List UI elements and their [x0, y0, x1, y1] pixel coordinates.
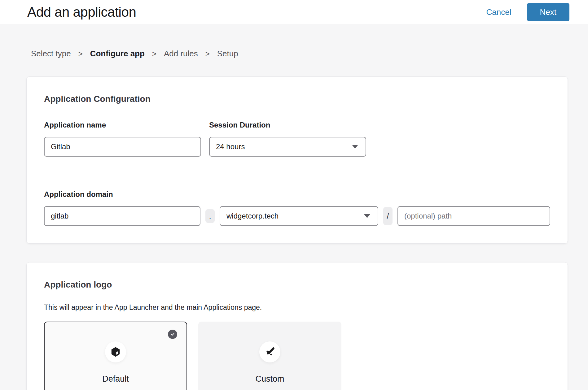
breadcrumb-step-setup[interactable]: Setup — [217, 49, 238, 58]
default-logo-circle — [105, 341, 126, 362]
next-button[interactable]: Next — [527, 3, 569, 21]
logo-card-description: This will appear in the App Launcher and… — [44, 303, 550, 312]
application-name-label: Application name — [44, 121, 201, 129]
application-domain-field-group: Application domain . widgetcorp.tech / — [44, 190, 550, 226]
domain-slash-separator: / — [383, 207, 393, 225]
path-input[interactable] — [397, 206, 550, 226]
domain-select[interactable]: widgetcorp.tech — [220, 206, 378, 226]
chevron-down-icon — [352, 145, 358, 149]
logo-option-custom[interactable]: Custom — [198, 322, 341, 390]
subdomain-input[interactable] — [44, 206, 200, 226]
application-domain-label: Application domain — [44, 190, 550, 199]
breadcrumb-step-add-rules[interactable]: Add rules — [164, 49, 198, 58]
domain-dot-separator: . — [205, 209, 215, 223]
breadcrumb-separator: > — [78, 50, 83, 58]
logo-card-title: Application logo — [44, 280, 550, 290]
breadcrumb-separator: > — [205, 50, 210, 58]
logo-option-default[interactable]: Default — [44, 322, 187, 390]
session-duration-value: 24 hours — [216, 142, 245, 151]
logo-option-tiles: Default Custom — [44, 322, 550, 390]
custom-tile-label: Custom — [255, 374, 284, 384]
chevron-down-icon — [364, 214, 370, 218]
paintbrush-icon — [264, 346, 275, 358]
application-domain-row: . widgetcorp.tech / — [44, 206, 550, 226]
page-content: Application Configuration Application na… — [0, 76, 588, 390]
custom-logo-circle — [259, 341, 280, 362]
breadcrumb-step-configure-app[interactable]: Configure app — [90, 49, 145, 58]
cube-icon — [110, 346, 121, 358]
application-name-field-group: Application name — [44, 121, 201, 157]
application-logo-card: Application logo This will appear in the… — [26, 262, 568, 390]
session-duration-select[interactable]: 24 hours — [209, 137, 366, 157]
config-card-title: Application Configuration — [44, 94, 550, 104]
page-title: Add an application — [27, 4, 486, 20]
selected-check-badge — [168, 330, 177, 339]
breadcrumb-separator: > — [152, 50, 156, 58]
cancel-button[interactable]: Cancel — [486, 7, 511, 17]
application-configuration-card: Application Configuration Application na… — [26, 76, 568, 244]
session-duration-label: Session Duration — [209, 121, 366, 129]
check-icon — [170, 332, 175, 337]
session-duration-field-group: Session Duration 24 hours — [209, 121, 366, 157]
top-header: Add an application Cancel Next — [0, 0, 588, 24]
domain-select-value: widgetcorp.tech — [226, 212, 279, 220]
config-form-row-1: Application name Session Duration 24 hou… — [44, 121, 550, 157]
breadcrumb-step-select-type[interactable]: Select type — [31, 49, 71, 58]
default-tile-label: Default — [102, 374, 129, 384]
application-name-input[interactable] — [44, 137, 201, 157]
breadcrumb: Select type > Configure app > Add rules … — [31, 49, 588, 58]
